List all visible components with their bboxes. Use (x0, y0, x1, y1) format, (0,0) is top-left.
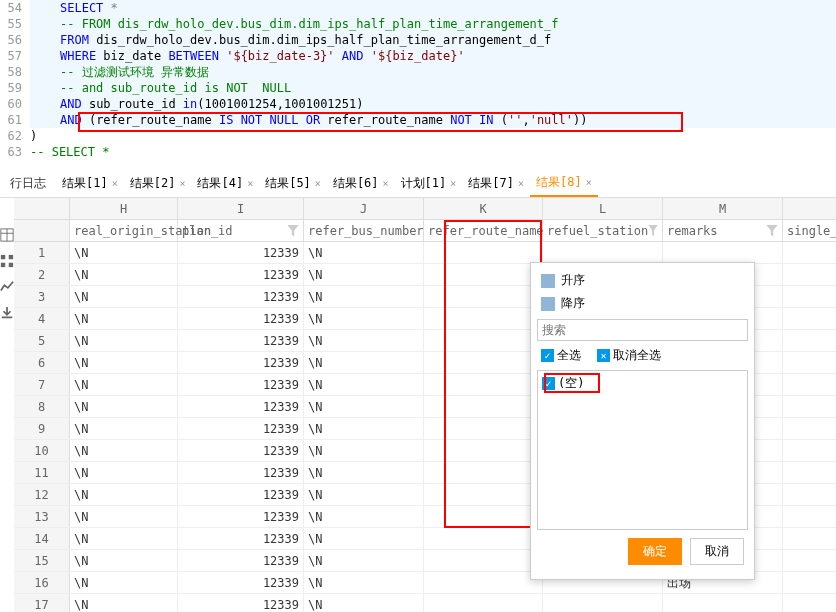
col-header-H[interactable]: H (70, 198, 178, 219)
code-line-54[interactable]: SELECT * (30, 0, 836, 16)
code-line-63[interactable]: -- SELECT * (30, 144, 836, 160)
col-header-L[interactable]: L (543, 198, 663, 219)
select-all-checkbox[interactable]: ✓ (541, 349, 554, 362)
tab-结果[7][interactable]: 结果[7]× (462, 170, 530, 197)
filter-search-input[interactable] (537, 319, 748, 341)
sort-asc[interactable]: 升序 (537, 269, 748, 292)
sql-editor[interactable]: 54SELECT *55-- FROM dis_rdw_holo_dev.bus… (0, 0, 836, 160)
cancel-button[interactable]: 取消 (690, 538, 744, 565)
tab-结果[5][interactable]: 结果[5]× (259, 170, 327, 197)
svg-rect-4 (9, 255, 13, 259)
code-line-56[interactable]: FROM dis_rdw_holo_dev.bus_dim.dim_ips_ha… (30, 32, 836, 48)
field-refer_route_name[interactable]: refer_route_name (424, 220, 543, 241)
field-refer_bus_number[interactable]: refer_bus_number (304, 220, 424, 241)
tab-结果[1][interactable]: 结果[1]× (56, 170, 124, 197)
code-line-60[interactable]: AND sub_route_id in(1001001254,100100125… (30, 96, 836, 112)
table-icon[interactable] (0, 228, 14, 242)
grid-icon[interactable] (0, 254, 14, 268)
col-header-J[interactable]: J (304, 198, 424, 219)
close-icon[interactable]: × (586, 177, 592, 188)
tab-结果[6][interactable]: 结果[6]× (327, 170, 395, 197)
close-icon[interactable]: × (383, 178, 389, 189)
code-line-58[interactable]: -- 过滤测试环境 异常数据 (30, 64, 836, 80)
tab-结果[2][interactable]: 结果[2]× (124, 170, 192, 197)
table-row[interactable]: 17 \N 12339 \N (14, 594, 836, 612)
code-line-55[interactable]: -- FROM dis_rdw_holo_dev.bus_dim.dim_ips… (30, 16, 836, 32)
field-header-row: real_origin_stationplan_idrefer_bus_numb… (14, 220, 836, 242)
filter-icon[interactable] (648, 225, 658, 237)
close-icon[interactable]: × (179, 178, 185, 189)
chart-line-icon[interactable] (0, 280, 14, 294)
code-line-62[interactable]: ) (30, 128, 836, 144)
deselect-all-checkbox[interactable]: ✕ (597, 349, 610, 362)
field-remarks[interactable]: remarks (663, 220, 783, 241)
col-header-I[interactable]: I (178, 198, 304, 219)
svg-rect-6 (9, 263, 13, 267)
close-icon[interactable]: × (315, 178, 321, 189)
result-tabs: 行日志 结果[1]×结果[2]×结果[4]×结果[5]×结果[6]×计划[1]×… (0, 170, 836, 198)
code-line-59[interactable]: -- and sub_route_id is NOT NULL (30, 80, 836, 96)
field-refuel_station[interactable]: refuel_station (543, 220, 663, 241)
close-icon[interactable]: × (450, 178, 456, 189)
sort-asc-icon (541, 274, 555, 288)
filter-value-list[interactable]: ✓(空) (537, 370, 748, 530)
col-header-K[interactable]: K (424, 198, 543, 219)
sort-desc[interactable]: 降序 (537, 292, 748, 315)
col-header-M[interactable]: M (663, 198, 783, 219)
empty-value-checkbox[interactable]: ✓ (542, 377, 555, 390)
close-icon[interactable]: × (247, 178, 253, 189)
ok-button[interactable]: 确定 (628, 538, 682, 565)
column-letter-row: HIJKLM (14, 198, 836, 220)
filter-icon[interactable] (287, 225, 299, 237)
svg-rect-3 (1, 255, 5, 259)
field-plan_id[interactable]: plan_id (178, 220, 304, 241)
tab-结果[4][interactable]: 结果[4]× (191, 170, 259, 197)
code-line-57[interactable]: WHERE biz_date BETWEEN '${biz_date-3}' A… (30, 48, 836, 64)
grid-toolbar (0, 198, 14, 612)
field-single_trip[interactable]: single_trip (783, 220, 836, 241)
sort-desc-icon (541, 297, 555, 311)
field-real_origin_station[interactable]: real_origin_station (70, 220, 178, 241)
close-icon[interactable]: × (518, 178, 524, 189)
download-icon[interactable] (0, 306, 14, 320)
code-line-61[interactable]: AND (refer_route_name IS NOT NULL OR ref… (30, 112, 836, 128)
filter-icon[interactable] (766, 225, 778, 237)
table-row[interactable]: 1 \N 12339 \N (14, 242, 836, 264)
tab-结果[8][interactable]: 结果[8]× (530, 170, 598, 197)
close-icon[interactable]: × (112, 178, 118, 189)
tab-计划[1][interactable]: 计划[1]× (395, 170, 463, 197)
column-filter-panel: 升序 降序 ✓全选 ✕取消全选 ✓(空) 确定 取消 (530, 262, 755, 580)
log-tab[interactable]: 行日志 (0, 171, 56, 196)
svg-rect-5 (1, 263, 5, 267)
